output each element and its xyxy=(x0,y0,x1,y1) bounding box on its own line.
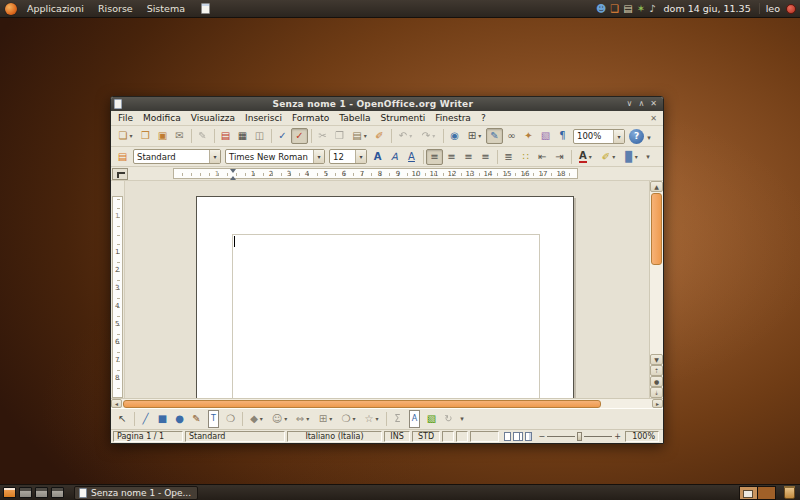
network-tray-icon[interactable]: ❑ xyxy=(610,4,619,14)
clock[interactable]: dom 14 giu, 11.35 xyxy=(660,3,755,14)
workspace-2[interactable] xyxy=(758,487,775,499)
user-menu[interactable]: leo xyxy=(759,3,782,14)
size-combobox-arrow[interactable]: ▾ xyxy=(355,150,366,163)
maximize-button[interactable]: ∧ xyxy=(638,100,644,108)
horizontal-scrollbar[interactable]: ◂ ▸ xyxy=(111,398,663,408)
callout-shapes-button[interactable]: ❍ xyxy=(337,411,360,427)
styles-window-button[interactable]: ▤ xyxy=(114,149,131,165)
highlighting-button[interactable]: ✐ xyxy=(597,149,620,165)
align-right-button[interactable]: ≡ xyxy=(460,149,477,165)
rectangle-button[interactable]: ■ xyxy=(154,411,171,427)
select-button[interactable]: ↖ xyxy=(114,411,131,427)
shutdown-icon[interactable] xyxy=(786,4,796,14)
clipboard-tray-icon[interactable]: ▤ xyxy=(623,4,632,14)
edit-file-button[interactable]: ✎ xyxy=(194,128,211,144)
minimize-button[interactable]: ∨ xyxy=(627,100,633,108)
menu-formato[interactable]: Formato xyxy=(287,112,334,124)
titlebar[interactable]: Senza nome 1 - OpenOffice.org Writer ∨ ∧… xyxy=(111,97,663,111)
autospellcheck-button[interactable]: ✓ xyxy=(291,128,308,144)
vertical-scrollbar-thumb[interactable] xyxy=(651,193,662,265)
hyperlink-button[interactable]: ◉ xyxy=(446,128,463,144)
text-box-button[interactable]: T xyxy=(205,411,222,427)
menu-sistema[interactable]: Sistema xyxy=(141,1,191,16)
scroll-left-button[interactable]: ◂ xyxy=(111,399,122,408)
menu-modifica[interactable]: Modifica xyxy=(138,112,186,124)
vertical-scrollbar[interactable]: ▲ ▼ ⇡ ● ⇣ xyxy=(649,181,663,398)
basic-shapes-button[interactable]: ◆ xyxy=(245,411,268,427)
horizontal-scrollbar-thumb[interactable] xyxy=(123,400,601,408)
menu-strumenti[interactable]: Strumenti xyxy=(376,112,431,124)
help-button[interactable]: ? xyxy=(629,129,644,144)
panel-launcher-2-icon[interactable] xyxy=(35,487,48,498)
block-arrows-button[interactable]: ⇔ xyxy=(291,411,314,427)
vertical-ruler-active-area[interactable]: 112345678 xyxy=(112,196,123,398)
flowchart-button[interactable]: ⊞ xyxy=(314,411,337,427)
find-replace-button[interactable]: ∞ xyxy=(503,128,520,144)
export-pdf-button[interactable]: ▤ xyxy=(217,128,234,144)
paste-button[interactable]: ▤ xyxy=(348,128,371,144)
document-modified-field[interactable] xyxy=(442,431,454,442)
taskbar-window-button[interactable]: Senza nome 1 - Ope... xyxy=(74,486,198,500)
signature-field[interactable] xyxy=(456,431,468,442)
navigator-button[interactable]: ✦ xyxy=(520,128,537,144)
window-icon[interactable] xyxy=(114,99,122,109)
align-left-button[interactable]: ≡ xyxy=(426,149,443,165)
vertical-scrollbar-track[interactable] xyxy=(650,266,663,354)
style-combobox-arrow[interactable]: ▾ xyxy=(209,150,220,163)
view-multiple-pages-button[interactable] xyxy=(513,432,520,441)
increase-indent-button[interactable]: ⇥ xyxy=(551,149,568,165)
page-preview-button[interactable]: ◫ xyxy=(251,128,268,144)
justify-button[interactable]: ≡ xyxy=(477,149,494,165)
language-field[interactable]: Italiano (Italia) xyxy=(287,431,382,442)
horizontal-ruler-active-area[interactable]: 1 123456789101112131415161718 xyxy=(173,168,578,179)
numbered-list-button[interactable]: ≣ xyxy=(500,149,517,165)
font-color-button[interactable]: A xyxy=(574,149,597,165)
italic-button[interactable]: A xyxy=(386,149,403,165)
scroll-up-button[interactable]: ▲ xyxy=(650,181,663,192)
background-color-button[interactable]: ▉ xyxy=(620,149,643,165)
tab-stop-selector[interactable] xyxy=(112,168,128,180)
symbol-shapes-button[interactable]: ☺ xyxy=(268,411,291,427)
print-button[interactable]: ▦ xyxy=(234,128,251,144)
freeform-line-button[interactable]: ✎ xyxy=(188,411,205,427)
font-name-combobox[interactable]: Times New Roman ▾ xyxy=(225,149,325,164)
zoom-in-icon[interactable]: + xyxy=(614,433,621,441)
zoom-combobox[interactable]: 100% ▾ xyxy=(573,129,625,144)
spellcheck-button[interactable]: ✓ xyxy=(274,128,291,144)
panel-launcher-3-icon[interactable] xyxy=(51,487,64,498)
document-canvas[interactable] xyxy=(125,181,649,398)
panel-launcher-1-icon[interactable] xyxy=(19,487,32,498)
next-page-button[interactable]: ⇣ xyxy=(650,387,663,398)
vertical-ruler[interactable]: 112345678 xyxy=(111,181,125,398)
menu-inserisci[interactable]: Inserisci xyxy=(240,112,287,124)
insert-table-button[interactable]: ⊞ xyxy=(463,128,486,144)
format-paintbrush-button[interactable]: ✐ xyxy=(371,128,388,144)
indent-marker[interactable] xyxy=(230,169,237,180)
gallery-button[interactable]: ▧ xyxy=(537,128,554,144)
zoom-slider[interactable]: − + xyxy=(539,432,621,441)
standard-overflow-button[interactable]: ▾ xyxy=(644,130,654,146)
decrease-indent-button[interactable]: ⇤ xyxy=(534,149,551,165)
update-notifier-tray-icon[interactable]: ✶ xyxy=(637,4,645,14)
show-desktop-button[interactable] xyxy=(3,487,16,498)
bold-button[interactable]: A xyxy=(369,149,386,165)
menu-applicazioni[interactable]: Applicazioni xyxy=(21,1,90,16)
save-button[interactable]: ▣ xyxy=(154,128,171,144)
zoom-percentage-field[interactable]: 100% xyxy=(625,431,659,442)
workspace-1[interactable] xyxy=(740,487,757,499)
show-draw-functions-button[interactable]: ✎ xyxy=(486,128,503,144)
close-button[interactable]: ✕ xyxy=(650,100,657,108)
ellipse-button[interactable]: ● xyxy=(171,411,188,427)
underline-button[interactable]: A xyxy=(403,149,420,165)
distro-logo-icon[interactable] xyxy=(5,3,17,15)
page-style-field[interactable]: Standard xyxy=(185,431,285,442)
menu-help[interactable]: ? xyxy=(476,112,491,124)
menu-tabella[interactable]: Tabella xyxy=(334,112,375,124)
previous-page-button[interactable]: ⇡ xyxy=(650,365,663,376)
nonprinting-characters-button[interactable]: ¶ xyxy=(554,128,571,144)
font-combobox-arrow[interactable]: ▾ xyxy=(313,150,324,163)
close-document-button[interactable]: ✕ xyxy=(644,114,663,123)
scroll-down-button[interactable]: ▼ xyxy=(650,354,663,365)
rotate-button[interactable]: ↻ xyxy=(440,411,457,427)
volume-tray-icon[interactable]: ♪ xyxy=(649,4,655,14)
